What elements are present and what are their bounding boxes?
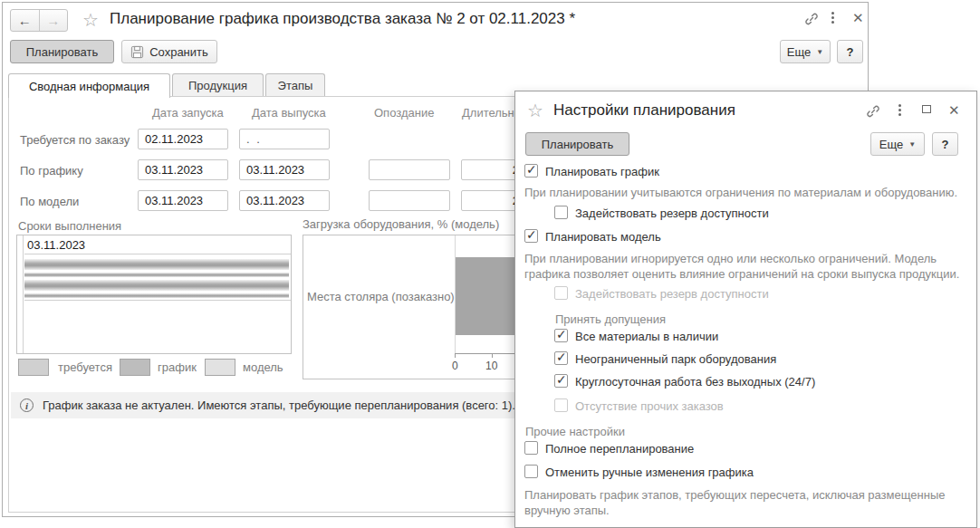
checkbox-label: Отсутствие прочих заказов	[575, 399, 724, 413]
checkbox-box	[554, 351, 568, 365]
dialog-maximize-icon[interactable]	[922, 105, 931, 113]
timeline-date-header: 03.11.2023	[24, 235, 291, 254]
row-label-model: По модели	[20, 195, 79, 208]
chart-tick-label-10: 10	[485, 360, 497, 372]
save-button-label: Сохранить	[149, 45, 208, 59]
tab-products[interactable]: Продукция	[172, 73, 264, 97]
checkbox-box	[554, 206, 568, 219]
status-message: График заказа не актуален. Имеются этапы…	[43, 398, 515, 412]
checkbox-unlimited-equipment[interactable]: Неограниченный парк оборудования	[554, 352, 776, 366]
checkbox-box	[524, 441, 538, 455]
chart-tick-0	[455, 354, 456, 358]
timeline-bar-thin-1	[24, 273, 289, 277]
close-icon[interactable]: ✕	[852, 10, 864, 26]
checkbox-box	[524, 229, 538, 243]
dialog-more-menu-icon[interactable]	[898, 104, 901, 116]
dialog-close-icon[interactable]: ✕	[948, 102, 960, 119]
plan-button[interactable]: Планировать	[10, 40, 114, 63]
checkbox-label: Все материалы в наличии	[575, 330, 718, 343]
checkbox-schedule-reserve[interactable]: Задействовать резерв доступности	[554, 206, 769, 220]
model-start-date-field[interactable]: 03.11.2023	[138, 190, 228, 211]
chart-tick-label-0: 0	[452, 360, 458, 372]
more-actions-label: Еще	[787, 45, 811, 59]
col-header-finish: Дата выпуска	[252, 106, 326, 120]
legend-swatch-model	[205, 359, 235, 376]
info-icon: i	[20, 398, 34, 412]
schedule-start-date-field[interactable]: 03.11.2023	[138, 159, 228, 180]
row-label-required: Требуется по заказу	[20, 133, 130, 147]
checkbox-plan-model[interactable]: Планировать модель	[524, 230, 661, 244]
dialog-chevron-down-icon: ▼	[908, 140, 916, 149]
dialog-help-button[interactable]: ?	[932, 132, 958, 156]
assumptions-section-label: Принять допущения	[555, 312, 666, 326]
timeline-title: Сроки выполнения	[18, 219, 121, 233]
checkbox-plan-schedule[interactable]: Планировать график	[524, 165, 659, 178]
checkbox-box	[554, 398, 568, 412]
plan-schedule-hint: При планировании учитываются ограничения…	[524, 185, 959, 200]
checkbox-label: Неограниченный парк оборудования	[575, 352, 776, 366]
checkbox-label: Отменить ручные изменения графика	[545, 466, 754, 479]
schedule-finish-date-field[interactable]: 03.11.2023	[239, 159, 330, 180]
checkbox-model-reserve[interactable]: Задействовать резерв доступности	[554, 287, 769, 301]
checkbox-label: Полное перепланирование	[545, 442, 694, 456]
required-finish-date-field[interactable]: . .	[239, 129, 330, 149]
tab-summary-label: Сводная информация	[29, 80, 149, 93]
checkbox-box	[554, 286, 568, 300]
chart-category-label: Места столяра (позаказно)	[307, 290, 455, 303]
dialog-plan-button[interactable]: Планировать	[525, 132, 629, 156]
timeline-row-separator	[24, 300, 291, 301]
tab-products-label: Продукция	[188, 79, 247, 92]
checkbox-label: Круглосуточная работа без выходных (24/7…	[575, 375, 815, 389]
plan-model-hint: При планировании игнорируется одно или н…	[524, 251, 966, 282]
timeline-bar-model	[24, 280, 289, 291]
model-finish-date-field[interactable]: 03.11.2023	[239, 190, 330, 211]
checkbox-box	[524, 164, 538, 178]
checkbox-label: Задействовать резерв доступности	[575, 287, 769, 301]
schedule-late-field[interactable]	[369, 159, 450, 180]
checkbox-all-materials[interactable]: Все материалы в наличии	[554, 330, 718, 343]
checkbox-box	[524, 465, 538, 478]
save-button[interactable]: Сохранить	[121, 40, 217, 63]
checkbox-cancel-manual-changes[interactable]: Отменить ручные изменения графика	[524, 466, 754, 479]
timeline-bar-schedule	[24, 259, 289, 270]
timeline-gutter	[17, 235, 24, 353]
required-start-date-field[interactable]: 02.11.2023	[138, 129, 228, 149]
checkbox-label: Планировать модель	[545, 230, 661, 244]
col-header-duration: Длительно	[462, 106, 521, 120]
checkbox-full-replan[interactable]: Полное перепланирование	[524, 442, 694, 456]
nav-forward-button[interactable]: →	[40, 10, 68, 31]
checkbox-round-the-clock[interactable]: Круглосуточная работа без выходных (24/7…	[554, 375, 815, 389]
chart-tick-10	[492, 354, 493, 358]
row-label-schedule: По графику	[20, 164, 83, 178]
tab-summary[interactable]: Сводная информация	[8, 73, 170, 98]
col-header-late: Опоздание	[374, 106, 434, 120]
dialog-title: Настройки планирования	[553, 101, 735, 120]
chevron-down-icon: ▼	[816, 48, 823, 56]
dialog-get-link-icon[interactable]	[865, 103, 881, 120]
footer-hint: Планировать график этапов, требующих пер…	[524, 487, 966, 518]
get-link-icon[interactable]	[803, 11, 820, 27]
more-menu-icon[interactable]	[831, 12, 834, 24]
tab-stages[interactable]: Этапы	[265, 73, 325, 97]
col-header-start: Дата запуска	[152, 106, 224, 120]
checkbox-label: Планировать график	[545, 165, 659, 178]
timeline-bar-thin-2	[24, 293, 289, 298]
dialog-more-actions-button[interactable]: Еще ▼	[870, 132, 925, 156]
checkbox-box	[554, 329, 568, 342]
favorite-star-icon[interactable]: ☆	[82, 11, 99, 29]
legend-swatch-required	[18, 359, 49, 376]
tab-stages-label: Этапы	[278, 79, 313, 92]
nav-back-button[interactable]: ←	[11, 10, 40, 31]
legend-label-schedule: график	[158, 360, 197, 374]
checkbox-box	[554, 374, 568, 388]
dialog-favorite-star-icon[interactable]: ☆	[527, 101, 543, 120]
save-floppy-icon	[130, 45, 144, 59]
window-title: Планирование графика производства заказа…	[110, 10, 575, 28]
checkbox-label: Задействовать резерв доступности	[575, 206, 769, 220]
model-late-field[interactable]	[369, 190, 450, 211]
timeline-chart[interactable]: 03.11.2023	[16, 235, 292, 354]
more-actions-button[interactable]: Еще ▼	[780, 40, 831, 63]
help-button[interactable]: ?	[837, 40, 863, 63]
checkbox-no-other-orders[interactable]: Отсутствие прочих заказов	[554, 399, 724, 413]
legend-label-required: требуется	[58, 360, 112, 374]
